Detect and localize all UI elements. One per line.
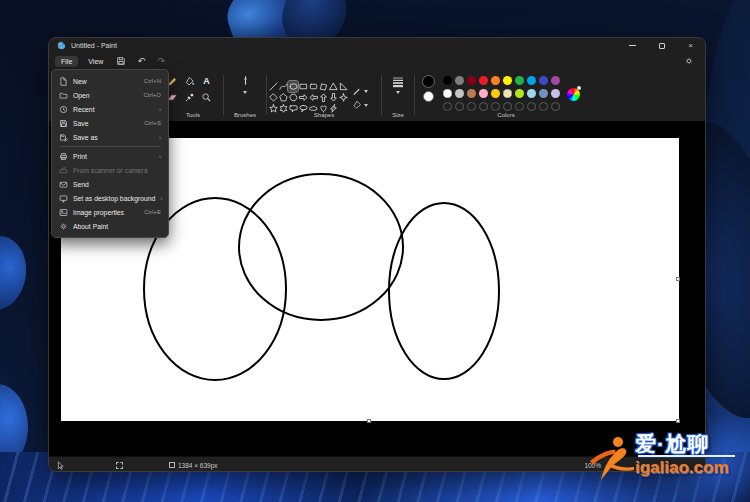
brushes-section-label: Brushes: [225, 112, 265, 118]
file-menu-button[interactable]: File: [55, 56, 78, 67]
palette-swatch[interactable]: [455, 76, 464, 85]
brush-icon: [240, 75, 251, 88]
right-triangle-shape-button[interactable]: [338, 81, 348, 92]
palette-swatch[interactable]: [551, 89, 560, 98]
palette-swatch[interactable]: [539, 89, 548, 98]
size-section[interactable]: Size: [383, 69, 413, 121]
menu-item-recent[interactable]: Recent›: [52, 102, 168, 116]
redo-button[interactable]: ↷: [153, 55, 169, 67]
menu-item-shortcut: Ctrl+S: [144, 120, 161, 126]
palette-swatch[interactable]: [491, 76, 500, 85]
fill-tool-button[interactable]: [183, 74, 197, 88]
rounded-rectangle-shape-button[interactable]: [308, 81, 318, 92]
color-picker-tool-button[interactable]: [183, 90, 197, 104]
menu-item-shortcut: ›: [159, 106, 161, 112]
palette-custom-slot[interactable]: [527, 102, 536, 111]
menu-item-print[interactable]: Print›: [52, 149, 168, 163]
undo-button[interactable]: ↶: [133, 55, 149, 67]
palette-swatch[interactable]: [455, 89, 464, 98]
brushes-section[interactable]: Brushes: [225, 69, 265, 121]
menu-item-send[interactable]: Send: [52, 177, 168, 191]
menu-item-label: Save as: [73, 134, 154, 141]
palette-custom-slot[interactable]: [539, 102, 548, 111]
triangle-shape-button[interactable]: [328, 81, 338, 92]
open-icon: [59, 91, 68, 100]
shape-fill-button[interactable]: [352, 100, 368, 110]
palette-custom-slot[interactable]: [467, 102, 476, 111]
palette-swatch[interactable]: [479, 89, 488, 98]
diamond-shape-button[interactable]: [268, 92, 278, 103]
wallpaper-left-petal: [0, 232, 31, 313]
palette-custom-slot[interactable]: [503, 102, 512, 111]
palette-custom-slot[interactable]: [479, 102, 488, 111]
menu-item-shortcut: ›: [159, 153, 161, 159]
arrow-left-shape-button[interactable]: [308, 92, 318, 103]
arrow-right-shape-button[interactable]: [298, 92, 308, 103]
palette-swatch[interactable]: [467, 89, 476, 98]
magnifier-icon: [201, 92, 212, 103]
palette-swatch[interactable]: [515, 76, 524, 85]
palette-swatch[interactable]: [491, 89, 500, 98]
maximize-button[interactable]: [647, 38, 676, 53]
drawn-ellipse: [239, 174, 403, 320]
shapes-section: Shapes: [268, 69, 380, 121]
size-section-label: Size: [383, 112, 413, 118]
menu-item-save-as[interactable]: Save as›: [52, 130, 168, 144]
curve-shape-button[interactable]: [278, 81, 288, 92]
menu-item-label: Save: [73, 120, 139, 127]
window-title: Untitled - Paint: [71, 42, 117, 49]
palette-swatch[interactable]: [443, 89, 452, 98]
palette-custom-slot[interactable]: [455, 102, 464, 111]
color1-chip[interactable]: [422, 75, 435, 88]
palette-swatch[interactable]: [515, 89, 524, 98]
palette-swatch[interactable]: [527, 76, 536, 85]
palette-swatch[interactable]: [503, 76, 512, 85]
pentagon-shape-button[interactable]: [278, 92, 288, 103]
tools-section-label: Tools: [164, 112, 222, 118]
menu-item-set-as-desktop-background[interactable]: Set as desktop background›: [52, 191, 168, 205]
eyedropper-icon: [184, 92, 195, 103]
palette-swatch[interactable]: [539, 76, 548, 85]
canvas-resize-handle-corner[interactable]: [676, 419, 680, 423]
line-shape-button[interactable]: [268, 81, 278, 92]
palette-swatch[interactable]: [479, 76, 488, 85]
menu-item-save[interactable]: SaveCtrl+S: [52, 116, 168, 130]
menu-item-about-paint[interactable]: About Paint: [52, 219, 168, 233]
arrow-down-shape-button[interactable]: [328, 92, 338, 103]
magnifier-tool-button[interactable]: [200, 90, 214, 104]
shape-outline-button[interactable]: [352, 86, 368, 96]
palette-swatch[interactable]: [503, 89, 512, 98]
imageprops-icon: [59, 208, 68, 217]
title-bar[interactable]: Untitled - Paint ×: [49, 38, 705, 53]
view-menu-button[interactable]: View: [82, 56, 109, 67]
canvas-resize-handle-right[interactable]: [676, 277, 680, 281]
palette-custom-slot[interactable]: [551, 102, 560, 111]
palette-swatch[interactable]: [443, 76, 452, 85]
palette-custom-slot[interactable]: [515, 102, 524, 111]
color2-chip[interactable]: [423, 91, 434, 102]
arrow-up-shape-button[interactable]: [318, 92, 328, 103]
close-button[interactable]: ×: [676, 38, 705, 53]
palette-swatch[interactable]: [527, 89, 536, 98]
hexagon-shape-button[interactable]: [288, 92, 298, 103]
oval-shape-button[interactable]: [288, 81, 298, 92]
menu-item-new[interactable]: NewCtrl+N: [52, 74, 168, 88]
menu-item-open[interactable]: OpenCtrl+O: [52, 88, 168, 102]
polygon-shape-button[interactable]: [318, 81, 328, 92]
palette-custom-slot[interactable]: [491, 102, 500, 111]
palette-custom-slot[interactable]: [443, 102, 452, 111]
watermark-title: 爱·尬聊: [635, 430, 709, 458]
settings-gear-button[interactable]: [681, 55, 697, 67]
save-button[interactable]: [113, 55, 129, 67]
menu-item-from-scanner-or-camera[interactable]: From scanner or camera: [52, 163, 168, 177]
edit-colors-wheel-button[interactable]: [567, 88, 580, 101]
text-tool-button[interactable]: A: [200, 74, 214, 88]
menu-item-image-properties[interactable]: Image propertiesCtrl+E: [52, 205, 168, 219]
palette-swatch[interactable]: [467, 76, 476, 85]
minimize-button[interactable]: [618, 38, 647, 53]
rectangle-shape-button[interactable]: [298, 81, 308, 92]
line-size-icon: [392, 76, 404, 88]
palette-swatch[interactable]: [551, 76, 560, 85]
star-4-shape-button[interactable]: [338, 92, 348, 103]
canvas-resize-handle-bottom[interactable]: [367, 419, 371, 423]
